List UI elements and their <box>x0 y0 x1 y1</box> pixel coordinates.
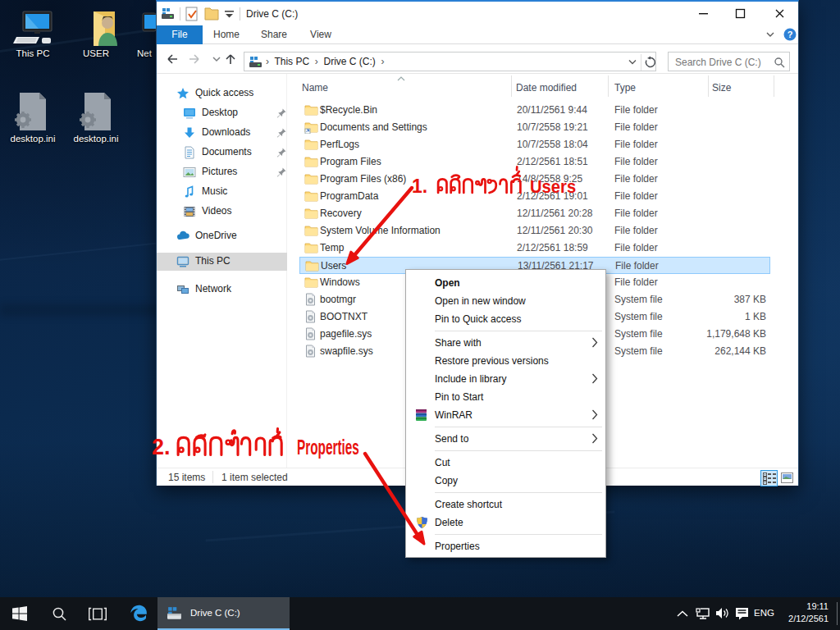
svg-text:1.: 1. <box>412 176 427 197</box>
svg-text:Properties: Properties <box>297 436 359 459</box>
svg-text:2.: 2. <box>152 435 171 459</box>
svg-text:Users: Users <box>530 176 576 196</box>
